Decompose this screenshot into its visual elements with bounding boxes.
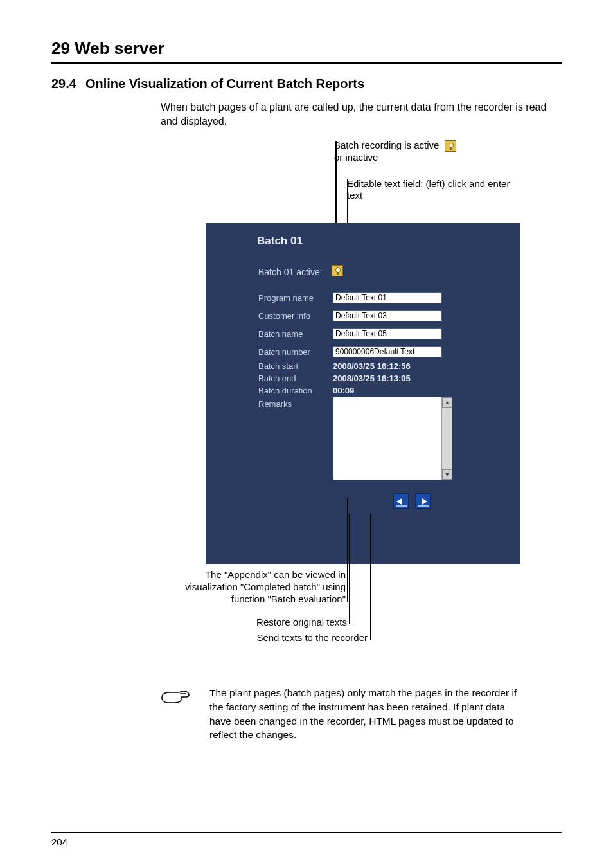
scroll-down-icon[interactable]: ▼ [442,469,452,480]
note-text: The plant pages (batch pages) only match… [209,686,524,742]
figure-area: Batch recording is active or inactive Ed… [161,140,520,667]
batch-name-input[interactable]: Default Text 05 [333,328,442,339]
send-texts-button[interactable] [415,493,431,509]
batch-number-label: Batch number [258,347,333,357]
batch-end-value: 2008/03/25 16:13:05 [333,374,411,383]
annotation-batch-active-line2: or inactive [334,152,378,163]
annotation-restore: Restore original texts [229,617,347,628]
batch-start-label: Batch start [258,361,333,371]
arrow-right-icon [422,498,427,505]
program-name-input[interactable]: Default Text 01 [333,292,442,303]
batch-active-bulb-icon [332,265,343,276]
batch-start-value: 2008/03/25 16:12:56 [333,361,411,371]
footer-rule [51,832,562,833]
customer-info-label: Customer info [258,311,333,321]
leader-line-restore [349,514,350,624]
remarks-label: Remarks [258,399,333,409]
annotation-batch-active: Batch recording is active or inactive [334,140,456,163]
program-name-label: Program name [258,293,333,303]
chapter-title: 29 Web server [51,39,562,59]
scroll-up-icon[interactable]: ▲ [442,397,452,408]
leader-line-appendix [347,498,348,602]
section-title: Online Visualization of Current Batch Re… [85,77,364,91]
remarks-scrollbar[interactable]: ▲ ▼ [441,397,452,480]
batch-panel-title: Batch 01 [257,235,303,248]
batch-number-input[interactable]: 900000006Default Text [333,346,442,357]
arrow-left-icon [396,498,402,505]
pointing-hand-icon [161,686,190,705]
annotation-batch-active-line1: Batch recording is active [334,140,439,150]
intro-text: When batch pages of a plant are called u… [161,100,562,128]
batch-name-label: Batch name [258,329,333,339]
underline-icon [418,505,429,507]
underline-icon [396,505,407,507]
customer-info-input[interactable]: Default Text 03 [333,310,442,321]
batch-duration-value: 00:09 [333,386,354,395]
leader-line-send [370,514,371,640]
batch-active-label: Batch 01 active: [258,267,323,277]
section-number: 29.4 [51,77,76,91]
remarks-textarea[interactable]: ▲ ▼ [333,397,452,480]
batch-end-label: Batch end [258,374,333,383]
batch-panel: Batch 01 Batch 01 active: Program name D… [206,223,520,564]
annotation-appendix: The "Appendix" can be viewed in visualiz… [153,569,346,605]
page-number: 204 [51,836,562,847]
bulb-icon [445,140,456,152]
annotation-editable-field: Editable text field; (left) click and en… [347,178,514,201]
batch-duration-label: Batch duration [258,386,333,395]
chapter-rule [51,62,562,64]
annotation-send: Send texts to the recorder [213,632,368,643]
restore-texts-button[interactable] [393,493,409,509]
